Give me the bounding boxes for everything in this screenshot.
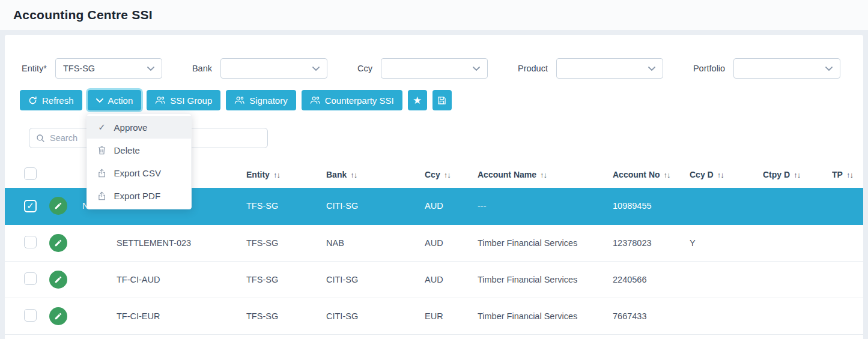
account-name-column-header[interactable]: Account Name↑↓ xyxy=(478,161,613,188)
edit-column-header xyxy=(47,161,73,188)
signatory-button[interactable]: Signatory xyxy=(226,90,296,110)
chevron-down-icon xyxy=(825,67,833,71)
people-icon xyxy=(310,96,320,104)
menu-item-label: Export PDF xyxy=(114,191,161,201)
edit-row-button[interactable] xyxy=(49,234,67,252)
ccy-d-column-header[interactable]: Ccy D↑↓ xyxy=(690,161,763,188)
star-icon: ★ xyxy=(413,95,422,106)
account-no-column-header[interactable]: Account No↑↓ xyxy=(613,161,690,188)
refresh-button[interactable]: Refresh xyxy=(20,90,82,110)
filter-bank: Bank xyxy=(192,58,327,79)
menu-item-delete[interactable]: Delete xyxy=(87,139,191,161)
table-row[interactable]: TF-CI-AUD TFS-SG CITI-SG AUD Timber Fina… xyxy=(5,261,863,298)
action-menu-container: Action ✓ Approve Delete Export xyxy=(88,90,142,110)
chevron-down-icon xyxy=(96,98,103,103)
row-account-no: 12378023 xyxy=(613,224,690,261)
bank-label: Bank xyxy=(192,64,212,73)
sort-icon[interactable]: ↑↓ xyxy=(794,170,800,179)
page-header: Accounting Centre SSI xyxy=(0,0,868,30)
edit-row-button[interactable] xyxy=(49,197,67,215)
counterparty-ssi-button[interactable]: Counterparty SSI xyxy=(302,90,402,110)
row-entity: TFS-SG xyxy=(246,298,326,334)
portfolio-select[interactable] xyxy=(733,58,840,79)
row-entity: TFS-SG xyxy=(246,224,326,261)
edit-row-button[interactable] xyxy=(49,271,67,289)
ccy-column-header[interactable]: Ccy↑↓ xyxy=(425,161,478,188)
sort-icon[interactable]: ↑↓ xyxy=(444,170,451,179)
sort-icon[interactable]: ↑↓ xyxy=(273,170,280,179)
sort-icon[interactable]: ↑↓ xyxy=(540,170,547,179)
ssi-group-button[interactable]: SSI Group xyxy=(147,90,220,110)
select-all-checkbox[interactable] xyxy=(24,167,37,180)
row-entity: TFS-SG xyxy=(246,261,326,298)
row-checkbox[interactable] xyxy=(24,272,37,285)
row-flag xyxy=(73,261,107,298)
entity-label: Entity* xyxy=(22,64,47,73)
menu-item-export-csv[interactable]: Export CSV xyxy=(87,161,191,184)
menu-item-label: Delete xyxy=(114,145,140,155)
row-checkbox[interactable] xyxy=(24,309,37,322)
row-account-name: Timber Financial Services xyxy=(478,224,613,261)
row-flag xyxy=(73,224,107,261)
row-account-no: 10989455 xyxy=(613,188,690,224)
main-card: Entity* TFS-SG Bank Ccy Product xyxy=(5,35,863,339)
sort-icon[interactable]: ↑↓ xyxy=(664,170,670,179)
table-row[interactable]: TF-CI-EUR TFS-SG CITI-SG EUR Timber Fina… xyxy=(5,298,863,334)
row-ctpy-d xyxy=(763,261,832,298)
row-tp xyxy=(832,188,863,224)
product-label: Product xyxy=(518,64,548,73)
people-icon xyxy=(234,96,244,104)
row-ccy: AUD xyxy=(425,188,478,224)
row-name: SETTLEMENT-023 xyxy=(107,224,246,261)
people-icon xyxy=(155,96,165,104)
row-tp xyxy=(832,224,863,261)
filter-bar: Entity* TFS-SG Bank Ccy Product xyxy=(5,35,863,79)
entity-column-header[interactable]: Entity↑↓ xyxy=(246,161,326,188)
toolbar: Refresh Action ✓ Approve Delete xyxy=(5,79,863,110)
menu-item-export-pdf[interactable]: Export PDF xyxy=(87,184,191,207)
chevron-down-icon xyxy=(312,67,320,71)
save-button[interactable] xyxy=(432,90,452,110)
pencil-icon xyxy=(54,275,62,284)
edit-row-button[interactable] xyxy=(49,307,67,325)
ssi-group-label: SSI Group xyxy=(170,95,212,106)
row-bank: CITI-SG xyxy=(326,188,425,224)
product-select[interactable] xyxy=(556,58,663,79)
filter-product: Product xyxy=(518,58,663,79)
chevron-down-icon xyxy=(473,67,480,71)
table-row[interactable]: SETTLEMENT-023 TFS-SG NAB AUD Timber Fin… xyxy=(5,224,863,261)
menu-item-approve[interactable]: ✓ Approve xyxy=(87,116,191,139)
pencil-icon xyxy=(54,239,62,247)
row-account-name: --- xyxy=(478,188,613,224)
favourite-button[interactable]: ★ xyxy=(408,90,427,110)
tp-column-header[interactable]: TP↑↓ xyxy=(832,161,863,188)
row-account-name: Timber Financial Services xyxy=(478,261,613,298)
row-ctpy-d xyxy=(763,224,832,261)
sort-icon[interactable]: ↑↓ xyxy=(717,170,724,179)
menu-item-label: Export CSV xyxy=(114,168,161,178)
row-flag xyxy=(73,298,107,334)
row-account-no: 7667433 xyxy=(613,298,690,334)
filter-ccy: Ccy xyxy=(357,58,488,79)
ccy-select[interactable] xyxy=(381,58,488,79)
row-entity: TFS-SG xyxy=(246,188,326,224)
row-ctpy-d xyxy=(763,188,832,224)
sort-icon[interactable]: ↑↓ xyxy=(846,170,853,179)
ctpy-d-column-header[interactable]: Ctpy D↑↓ xyxy=(763,161,832,188)
row-bank: NAB xyxy=(326,224,425,261)
sort-icon[interactable]: ↑↓ xyxy=(350,170,357,179)
check-icon: ✓ xyxy=(97,122,107,133)
row-ccy-d: Y xyxy=(690,224,763,261)
action-label: Action xyxy=(108,95,133,106)
refresh-label: Refresh xyxy=(42,95,74,106)
bank-column-header[interactable]: Bank↑↓ xyxy=(326,161,425,188)
action-dropdown-menu: ✓ Approve Delete Export CSV xyxy=(86,113,192,209)
bank-select[interactable] xyxy=(220,58,327,79)
entity-select[interactable]: TFS-SG xyxy=(55,58,162,79)
action-button[interactable]: Action xyxy=(88,90,142,110)
row-ccy-d xyxy=(690,188,763,224)
row-checkbox[interactable]: ✓ xyxy=(24,200,37,212)
row-checkbox[interactable] xyxy=(24,236,37,248)
signatory-label: Signatory xyxy=(249,95,287,106)
chevron-down-icon xyxy=(147,67,154,71)
